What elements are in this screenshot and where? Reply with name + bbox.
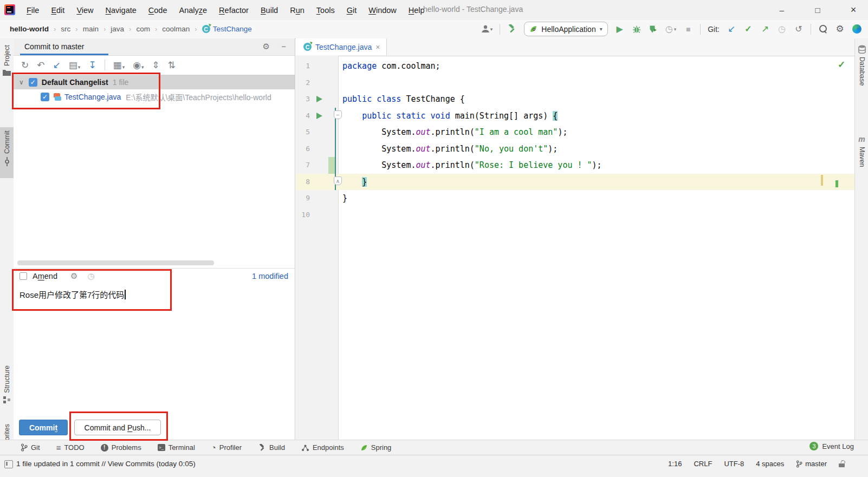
run-with-coverage-icon[interactable] bbox=[649, 25, 658, 34]
commit-node-icon bbox=[4, 157, 10, 166]
terminal-icon: >_ bbox=[158, 444, 165, 451]
menu-file[interactable]: File bbox=[21, 6, 45, 15]
menu-tools[interactable]: Tools bbox=[310, 6, 341, 15]
git-push-icon[interactable]: ↗ bbox=[760, 23, 770, 35]
horizontal-scrollbar[interactable] bbox=[17, 260, 214, 265]
editor-tab-testchange[interactable]: C TestChange.java × bbox=[296, 38, 387, 55]
commit-panel-header: Commit to master ⚙ − bbox=[14, 38, 295, 56]
debug-bug-icon[interactable] bbox=[632, 25, 642, 34]
menu-edit[interactable]: Edit bbox=[45, 6, 70, 15]
encoding-widget[interactable]: UTF-8 bbox=[724, 460, 744, 468]
error-stripe-change-mark[interactable] bbox=[835, 180, 838, 187]
code-line-4[interactable]: public static void main(String[] args) { bbox=[342, 108, 558, 125]
unshelve-icon[interactable]: ↧ bbox=[88, 61, 96, 70]
breadcrumb-coolman[interactable]: coolman bbox=[162, 25, 190, 33]
collapse-all-icon[interactable]: ⇅ bbox=[168, 61, 176, 70]
run-icon[interactable]: ▶ bbox=[615, 24, 625, 34]
spring-boot-icon bbox=[529, 25, 537, 33]
git-update-icon[interactable]: ↙ bbox=[727, 23, 736, 35]
breadcrumb-project[interactable]: hello-world bbox=[10, 25, 49, 33]
expand-all-icon[interactable]: ⇕ bbox=[152, 61, 160, 70]
code-with-me-icon[interactable] bbox=[852, 24, 861, 34]
group-by-icon[interactable]: ▦▾ bbox=[113, 61, 125, 70]
tool-tab-maven[interactable]: m Maven bbox=[855, 135, 868, 194]
tool-tab-structure[interactable]: Structure bbox=[0, 365, 14, 419]
idea-logo-icon bbox=[4, 4, 15, 15]
breadcrumb-main[interactable]: main bbox=[83, 25, 99, 33]
profiler-icon[interactable]: ◷ ▾ bbox=[665, 24, 677, 34]
rollback-icon[interactable]: ↺ bbox=[794, 24, 804, 34]
tool-tab-database[interactable]: Database bbox=[855, 45, 868, 126]
code-line-6[interactable]: System.out.println("No, you don't"); bbox=[342, 141, 558, 158]
modified-files-link[interactable]: 1 modified bbox=[252, 272, 288, 280]
fold-collapse-icon[interactable]: − bbox=[334, 110, 342, 119]
panel-settings-gear-icon[interactable]: ⚙ bbox=[263, 42, 270, 51]
toolbar-tab-profiler[interactable]: ◔ Profiler bbox=[211, 443, 242, 452]
git-branch-widget[interactable]: master bbox=[796, 460, 827, 468]
status-message[interactable]: 1 file updated in 1 commit // View Commi… bbox=[16, 460, 196, 468]
tab-close-icon[interactable]: × bbox=[375, 43, 380, 51]
chevron-down-icon: ▾ bbox=[674, 27, 677, 32]
error-stripe-caret-mark[interactable] bbox=[821, 175, 823, 186]
user-account-icon[interactable]: ▾ bbox=[481, 25, 493, 33]
menu-run[interactable]: Run bbox=[284, 6, 310, 15]
history-clock-icon[interactable]: ◷ bbox=[777, 24, 787, 34]
toolbar-tab-git[interactable]: Git bbox=[21, 443, 40, 452]
menu-window[interactable]: Window bbox=[362, 6, 403, 15]
code-line-3[interactable]: public class TestChange { bbox=[342, 91, 465, 108]
changelist-icon[interactable]: ▤▾ bbox=[69, 61, 81, 70]
code-line-5[interactable]: System.out.println("I am a cool man"); bbox=[342, 124, 567, 141]
menu-navigate[interactable]: Navigate bbox=[100, 6, 142, 15]
toolbar-tab-todo[interactable]: ≡ TODO bbox=[56, 443, 85, 452]
search-icon[interactable] bbox=[818, 25, 828, 33]
settings-gear-icon[interactable]: ⚙ bbox=[835, 23, 845, 35]
event-log-button[interactable]: 3 Event Log bbox=[809, 442, 854, 450]
menu-build[interactable]: Build bbox=[255, 6, 284, 15]
run-configuration-select[interactable]: HelloApplication ▾ bbox=[524, 22, 607, 36]
line-number: 10 bbox=[296, 207, 310, 224]
todo-list-icon: ≡ bbox=[56, 443, 61, 452]
shelve-silently-icon[interactable]: ↙ bbox=[53, 61, 61, 70]
chevron-right-icon: › bbox=[103, 25, 106, 33]
caret-position-widget[interactable]: 1:16 bbox=[668, 460, 682, 468]
breadcrumb-com[interactable]: com bbox=[136, 25, 150, 33]
run-class-gutter-icon[interactable] bbox=[316, 96, 322, 102]
preview-diff-eye-icon[interactable]: ◉▾ bbox=[133, 61, 144, 70]
refresh-icon[interactable]: ↻ bbox=[21, 61, 29, 70]
tool-tab-commit[interactable]: Commit bbox=[0, 127, 14, 178]
commit-button[interactable]: Commit bbox=[19, 420, 68, 435]
breadcrumb-class[interactable]: C TestChange bbox=[202, 25, 252, 33]
indent-widget[interactable]: 4 spaces bbox=[756, 460, 784, 468]
commit-panel-title[interactable]: Commit to master bbox=[24, 42, 84, 51]
toolbar-tab-problems[interactable]: ! Problems bbox=[101, 443, 141, 452]
unlock-icon[interactable] bbox=[839, 460, 845, 467]
toolbar-tab-build[interactable]: Build bbox=[258, 443, 285, 452]
code-line-7[interactable]: System.out.println("Rose: I believe you … bbox=[342, 157, 602, 174]
breadcrumb-java[interactable]: java bbox=[111, 25, 124, 33]
menu-code[interactable]: Code bbox=[142, 6, 173, 15]
toolbar-tab-terminal[interactable]: >_ Terminal bbox=[158, 443, 195, 452]
build-hammer-icon[interactable] bbox=[507, 24, 517, 34]
code-line-1[interactable]: package com.coolman; bbox=[342, 58, 441, 75]
hide-panel-icon[interactable]: − bbox=[281, 42, 286, 51]
menu-view[interactable]: View bbox=[70, 6, 99, 15]
menu-git[interactable]: Git bbox=[341, 6, 363, 15]
minimize-icon[interactable]: – bbox=[775, 5, 789, 15]
line-separator-widget[interactable]: CRLF bbox=[694, 460, 712, 468]
code-line-8[interactable]: } bbox=[342, 174, 367, 191]
close-icon[interactable]: × bbox=[846, 4, 860, 16]
menu-analyze[interactable]: Analyze bbox=[173, 6, 213, 15]
run-main-gutter-icon[interactable] bbox=[316, 113, 322, 119]
code-line-9[interactable]: } bbox=[342, 190, 347, 207]
inspections-ok-icon[interactable]: ✓ bbox=[838, 59, 845, 70]
stop-icon[interactable]: ■ bbox=[683, 25, 693, 34]
fold-expand-icon[interactable]: ∧ bbox=[334, 177, 342, 185]
maximize-icon[interactable]: □ bbox=[811, 5, 825, 15]
tool-window-toggle-icon[interactable] bbox=[4, 460, 13, 468]
toolbar-tab-spring[interactable]: Spring bbox=[360, 443, 392, 452]
breadcrumb-src[interactable]: src bbox=[61, 25, 70, 33]
rollback-icon[interactable]: ↶ bbox=[37, 61, 44, 70]
toolbar-tab-endpoints[interactable]: Endpoints bbox=[301, 443, 344, 452]
menu-refactor[interactable]: Refactor bbox=[213, 6, 255, 15]
git-commit-icon[interactable]: ✓ bbox=[743, 24, 753, 34]
